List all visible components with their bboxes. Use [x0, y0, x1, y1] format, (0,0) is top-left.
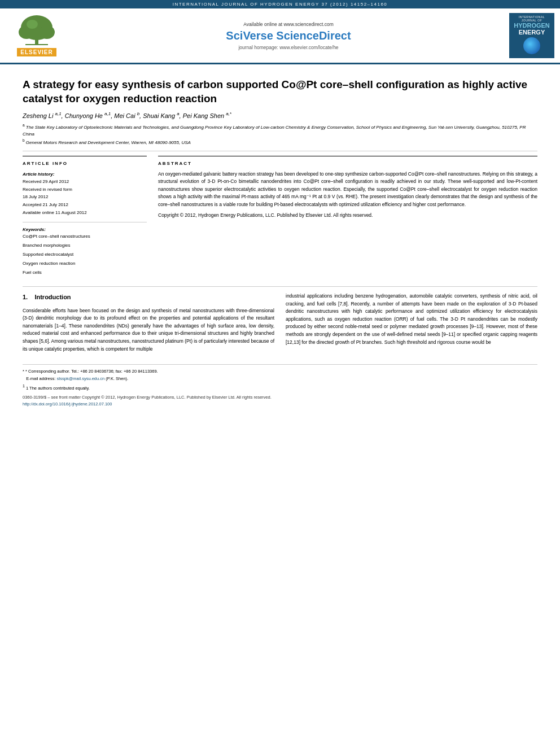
sciverse-logo: SciVerse ScienceDirect [226, 29, 351, 42]
email-suffix: (P.K. Shen). [106, 376, 128, 381]
intro-left-col: 1. Introduction Considerable efforts hav… [23, 292, 274, 353]
keyword-4: Oxygen reduction reaction [23, 259, 147, 268]
intro-text-left: Considerable efforts have been focused o… [23, 307, 274, 353]
email-link[interactable]: stsspk@mail.sysu.edu.cn [56, 376, 104, 381]
intro-heading: 1. Introduction [23, 292, 274, 303]
journal-header-bar: INTERNATIONAL JOURNAL OF HYDROGEN ENERGY… [0, 0, 560, 8]
elsevier-brand-label: ELSEVIER [17, 48, 56, 56]
elsevier-logo: ELSEVIER [6, 13, 68, 58]
article-history: Article history: Received 29 April 2012 … [23, 171, 147, 217]
hydrogen-energy-journal-logo: InternationalJournal of HYDROGEN ENERGY [509, 13, 554, 58]
intro-number: 1. [23, 294, 28, 300]
logo-circle-graphic [523, 37, 540, 54]
article-title: A strategy for easy synthesis of carbon … [23, 78, 537, 106]
history-label: Article history: [23, 171, 147, 178]
email-label: E-mail address: [26, 376, 55, 381]
received-revised-label: Received in revised form [23, 186, 147, 194]
article-info-col: ARTICLE INFO Article history: Received 2… [23, 156, 147, 278]
available-online-text: Available online at www.sciencedirect.co… [243, 21, 334, 27]
available-online-date: Available online 11 August 2012 [23, 209, 147, 217]
affiliation-a: a The State Key Laboratory of Optoelectr… [23, 123, 537, 138]
intl-journal-label: InternationalJournal of [519, 15, 545, 22]
issn-line: 0360-3199/$ – see front matter Copyright… [23, 394, 537, 401]
abstract-heading: ABSTRACT [158, 161, 537, 166]
journal-title-top: INTERNATIONAL JOURNAL OF HYDROGEN ENERGY… [173, 2, 388, 7]
doi-link[interactable]: http://dx.doi.org/10.1016/j.ijhydene.201… [23, 401, 112, 407]
journal-homepage-text: journal homepage: www.elsevier.com/locat… [238, 45, 338, 50]
introduction-body: 1. Introduction Considerable efforts hav… [23, 292, 537, 353]
intro-title: Introduction [34, 294, 71, 300]
keywords-list: Co@Pt core–shell nanostructures Branched… [23, 232, 147, 277]
keywords-section: Keywords: Co@Pt core–shell nanostructure… [23, 222, 147, 277]
corresponding-author: * * Corresponding author. Tel.: +86 20 8… [23, 368, 537, 375]
keyword-3: Supported electrocatalyst [23, 250, 147, 259]
svg-point-5 [27, 20, 38, 29]
abstract-col: ABSTRACT An oxygen-mediated galvanic bat… [158, 156, 537, 278]
hydrogen-label: HYDROGEN ENERGY [514, 22, 550, 36]
keyword-5: Fuel cells [23, 268, 147, 277]
affiliation-b: b General Motors Research and Developmen… [23, 138, 537, 146]
introduction-section: 1. Introduction Considerable efforts hav… [23, 286, 537, 353]
footnotes: * * Corresponding author. Tel.: +86 20 8… [23, 364, 537, 408]
received-date: Received 29 April 2012 [23, 178, 147, 186]
journal-header: ELSEVIER Available online at www.science… [0, 8, 560, 64]
intro-right-col: industrial applications including benzen… [286, 292, 537, 353]
accepted-date: Accepted 21 July 2012 [23, 201, 147, 209]
keywords-label: Keywords: [23, 227, 147, 232]
equal-contrib: 1 1 The authors contributed equally. [23, 383, 537, 392]
intro-text-right: industrial applications including benzen… [286, 292, 537, 346]
main-content: A strategy for easy synthesis of carbon … [0, 64, 560, 413]
journal-center-info: Available online at www.sciencedirect.co… [73, 13, 504, 58]
copyright-bar: 0360-3199/$ – see front matter Copyright… [23, 392, 537, 408]
keyword-1: Co@Pt core–shell nanostructures [23, 232, 147, 241]
article-info-heading: ARTICLE INFO [23, 161, 147, 166]
doi-line: http://dx.doi.org/10.1016/j.ijhydene.201… [23, 401, 537, 408]
revised-date: 18 July 2012 [23, 193, 147, 201]
svg-point-4 [39, 25, 55, 39]
affil-divider [23, 151, 537, 151]
keyword-2: Branched morphologies [23, 241, 147, 250]
authors-line: Zesheng Li a,1, Chunyong He a,1, Mei Cai… [23, 112, 537, 120]
email-line: E-mail address: stsspk@mail.sysu.edu.cn … [23, 375, 537, 383]
article-info-abstract: ARTICLE INFO Article history: Received 2… [23, 156, 537, 278]
abstract-copyright: Copyright © 2012, Hydrogen Energy Public… [158, 212, 537, 220]
abstract-text: An oxygen-mediated galvanic battery reac… [158, 171, 537, 220]
affiliations: a The State Key Laboratory of Optoelectr… [23, 123, 537, 146]
elsevier-tree-icon [14, 15, 59, 46]
abstract-paragraph: An oxygen-mediated galvanic battery reac… [158, 171, 537, 209]
svg-rect-1 [25, 44, 48, 45]
